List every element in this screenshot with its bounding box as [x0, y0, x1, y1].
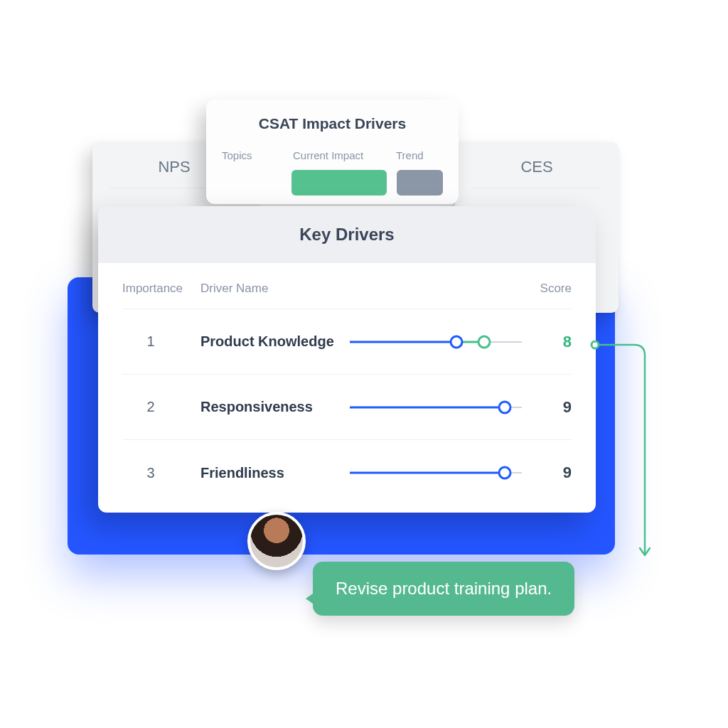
slider-handle-blue[interactable] — [450, 335, 464, 348]
col-score: Score — [522, 282, 572, 296]
slider-handle-green[interactable] — [477, 335, 491, 348]
slider-handle-blue[interactable] — [498, 466, 511, 480]
csat-col-topics: Topics — [222, 149, 286, 161]
key-drivers-columns: Importance Driver Name Score — [122, 282, 572, 309]
driver-name: Friendliness — [200, 465, 350, 481]
col-driver-name: Driver Name — [200, 282, 522, 296]
driver-name: Product Knowledge — [200, 333, 350, 350]
driver-score: 9 — [522, 398, 572, 417]
csat-impact-bar — [291, 170, 387, 196]
col-importance: Importance — [122, 282, 200, 296]
driver-row-product-knowledge: 1 Product Knowledge 8 — [122, 309, 572, 375]
avatar — [247, 512, 306, 570]
driver-row-responsiveness: 2 Responsiveness 9 — [122, 375, 572, 440]
driver-score: 9 — [522, 464, 572, 482]
key-drivers-card: Key Drivers Importance Driver Name Score… — [98, 206, 596, 513]
csat-card[interactable]: CSAT Impact Drivers Topics Current Impac… — [206, 100, 459, 204]
driver-name: Responsiveness — [200, 399, 350, 415]
ces-title: CES — [472, 158, 601, 188]
csat-columns: Topics Current Impact Trend — [206, 146, 459, 170]
action-bubble-text: Revise product training plan. — [336, 579, 552, 598]
driver-rank: 3 — [122, 465, 200, 481]
csat-trend-bar — [397, 170, 443, 196]
key-drivers-title: Key Drivers — [98, 206, 596, 263]
action-bubble[interactable]: Revise product training plan. — [313, 562, 574, 616]
driver-slider[interactable] — [350, 335, 522, 349]
csat-title: CSAT Impact Drivers — [206, 100, 459, 146]
driver-rank: 2 — [122, 399, 200, 415]
csat-bars — [206, 170, 459, 204]
driver-slider[interactable] — [350, 400, 522, 414]
csat-col-impact: Current Impact — [293, 149, 389, 161]
slider-handle-blue[interactable] — [498, 400, 511, 414]
driver-rank: 1 — [122, 333, 200, 350]
driver-row-friendliness: 3 Friendliness 9 — [122, 440, 572, 505]
driver-score: 8 — [522, 333, 572, 351]
csat-col-trend: Trend — [396, 149, 439, 161]
driver-slider[interactable] — [350, 466, 522, 480]
